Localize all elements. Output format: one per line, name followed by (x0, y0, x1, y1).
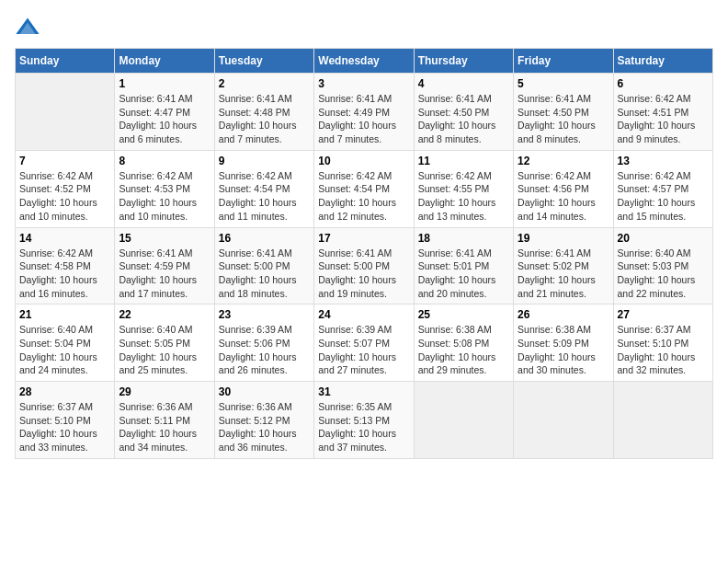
day-number: 15 (119, 232, 210, 245)
calendar-cell: 22Sunrise: 6:40 AM Sunset: 5:05 PM Dayli… (115, 304, 214, 382)
day-number: 17 (318, 232, 409, 245)
day-number: 29 (119, 385, 210, 398)
day-info: Sunrise: 6:42 AM Sunset: 4:52 PM Dayligh… (19, 169, 110, 224)
day-number: 23 (219, 308, 310, 321)
day-number: 22 (119, 308, 210, 321)
calendar-cell: 17Sunrise: 6:41 AM Sunset: 5:00 PM Dayli… (314, 227, 414, 304)
day-info: Sunrise: 6:41 AM Sunset: 4:47 PM Dayligh… (119, 92, 210, 146)
day-info: Sunrise: 6:41 AM Sunset: 5:00 PM Dayligh… (219, 247, 310, 301)
calendar-cell: 16Sunrise: 6:41 AM Sunset: 5:00 PM Dayli… (214, 227, 313, 304)
day-number: 9 (219, 155, 310, 167)
day-info: Sunrise: 6:42 AM Sunset: 4:51 PM Dayligh… (618, 92, 709, 146)
calendar-cell: 11Sunrise: 6:42 AM Sunset: 4:55 PM Dayli… (414, 150, 513, 227)
day-number: 8 (119, 155, 210, 167)
day-info: Sunrise: 6:38 AM Sunset: 5:09 PM Dayligh… (518, 323, 609, 377)
calendar-cell: 15Sunrise: 6:41 AM Sunset: 4:59 PM Dayli… (115, 227, 214, 304)
calendar-cell (613, 382, 712, 459)
day-number: 13 (618, 155, 709, 167)
day-number: 25 (418, 308, 509, 321)
calendar-cell: 28Sunrise: 6:37 AM Sunset: 5:10 PM Dayli… (16, 382, 115, 459)
day-info: Sunrise: 6:41 AM Sunset: 4:49 PM Dayligh… (318, 92, 409, 146)
day-number: 1 (119, 77, 210, 90)
calendar-cell: 21Sunrise: 6:40 AM Sunset: 5:04 PM Dayli… (16, 304, 115, 382)
day-info: Sunrise: 6:40 AM Sunset: 5:05 PM Dayligh… (119, 323, 210, 377)
calendar-cell: 27Sunrise: 6:37 AM Sunset: 5:10 PM Dayli… (613, 304, 712, 382)
day-info: Sunrise: 6:36 AM Sunset: 5:11 PM Dayligh… (119, 400, 210, 454)
calendar-cell (16, 74, 115, 151)
calendar-cell: 10Sunrise: 6:42 AM Sunset: 4:54 PM Dayli… (314, 150, 414, 227)
day-info: Sunrise: 6:42 AM Sunset: 4:58 PM Dayligh… (19, 247, 110, 301)
day-info: Sunrise: 6:37 AM Sunset: 5:10 PM Dayligh… (618, 323, 709, 377)
calendar-cell: 31Sunrise: 6:35 AM Sunset: 5:13 PM Dayli… (314, 382, 414, 459)
calendar-cell: 19Sunrise: 6:41 AM Sunset: 5:02 PM Dayli… (514, 227, 613, 304)
day-info: Sunrise: 6:41 AM Sunset: 4:50 PM Dayligh… (518, 92, 609, 146)
day-number: 19 (518, 232, 609, 245)
day-info: Sunrise: 6:40 AM Sunset: 5:03 PM Dayligh… (618, 247, 709, 301)
day-info: Sunrise: 6:41 AM Sunset: 5:00 PM Dayligh… (318, 247, 409, 301)
day-number: 20 (618, 232, 709, 245)
day-info: Sunrise: 6:39 AM Sunset: 5:07 PM Dayligh… (318, 323, 409, 377)
calendar-cell: 23Sunrise: 6:39 AM Sunset: 5:06 PM Dayli… (214, 304, 313, 382)
calendar-cell: 24Sunrise: 6:39 AM Sunset: 5:07 PM Dayli… (314, 304, 414, 382)
day-number: 18 (418, 232, 509, 245)
day-header-tuesday: Tuesday (214, 49, 313, 74)
day-number: 3 (318, 77, 409, 90)
day-info: Sunrise: 6:41 AM Sunset: 4:59 PM Dayligh… (119, 247, 210, 301)
day-number: 6 (618, 77, 709, 90)
calendar-cell: 5Sunrise: 6:41 AM Sunset: 4:50 PM Daylig… (514, 74, 613, 151)
calendar-cell: 20Sunrise: 6:40 AM Sunset: 5:03 PM Dayli… (613, 227, 712, 304)
day-header-monday: Monday (115, 49, 214, 74)
day-info: Sunrise: 6:42 AM Sunset: 4:55 PM Dayligh… (418, 169, 509, 224)
calendar-cell: 8Sunrise: 6:42 AM Sunset: 4:53 PM Daylig… (115, 150, 214, 227)
day-number: 31 (318, 385, 409, 398)
day-info: Sunrise: 6:35 AM Sunset: 5:13 PM Dayligh… (318, 400, 409, 454)
day-info: Sunrise: 6:42 AM Sunset: 4:54 PM Dayligh… (318, 169, 409, 224)
day-header-thursday: Thursday (414, 49, 513, 74)
calendar-header-row: SundayMondayTuesdayWednesdayThursdayFrid… (16, 49, 713, 74)
calendar-cell: 1Sunrise: 6:41 AM Sunset: 4:47 PM Daylig… (115, 74, 214, 151)
day-header-saturday: Saturday (613, 49, 712, 74)
day-info: Sunrise: 6:42 AM Sunset: 4:54 PM Dayligh… (219, 169, 310, 224)
logo (15, 15, 44, 40)
calendar-cell: 2Sunrise: 6:41 AM Sunset: 4:48 PM Daylig… (214, 74, 313, 151)
day-header-sunday: Sunday (16, 49, 115, 74)
day-number: 2 (219, 77, 310, 90)
day-number: 11 (418, 155, 509, 167)
calendar-cell (514, 382, 613, 459)
day-number: 14 (19, 232, 110, 245)
calendar-cell: 30Sunrise: 6:36 AM Sunset: 5:12 PM Dayli… (214, 382, 313, 459)
day-info: Sunrise: 6:41 AM Sunset: 4:48 PM Dayligh… (219, 92, 310, 146)
day-number: 28 (19, 385, 110, 398)
calendar-cell: 4Sunrise: 6:41 AM Sunset: 4:50 PM Daylig… (414, 74, 513, 151)
calendar-week-row: 7Sunrise: 6:42 AM Sunset: 4:52 PM Daylig… (16, 150, 713, 227)
day-info: Sunrise: 6:41 AM Sunset: 5:01 PM Dayligh… (418, 247, 509, 301)
calendar-cell: 25Sunrise: 6:38 AM Sunset: 5:08 PM Dayli… (414, 304, 513, 382)
day-number: 26 (518, 308, 609, 321)
day-info: Sunrise: 6:40 AM Sunset: 5:04 PM Dayligh… (19, 323, 110, 377)
day-number: 10 (318, 155, 409, 167)
day-header-friday: Friday (514, 49, 613, 74)
calendar-week-row: 28Sunrise: 6:37 AM Sunset: 5:10 PM Dayli… (16, 382, 713, 459)
calendar-cell: 14Sunrise: 6:42 AM Sunset: 4:58 PM Dayli… (16, 227, 115, 304)
day-info: Sunrise: 6:42 AM Sunset: 4:57 PM Dayligh… (618, 169, 709, 224)
calendar-cell: 7Sunrise: 6:42 AM Sunset: 4:52 PM Daylig… (16, 150, 115, 227)
calendar-table: SundayMondayTuesdayWednesdayThursdayFrid… (15, 48, 713, 459)
day-info: Sunrise: 6:42 AM Sunset: 4:56 PM Dayligh… (518, 169, 609, 224)
day-info: Sunrise: 6:41 AM Sunset: 5:02 PM Dayligh… (518, 247, 609, 301)
day-number: 12 (518, 155, 609, 167)
calendar-cell (414, 382, 513, 459)
day-info: Sunrise: 6:36 AM Sunset: 5:12 PM Dayligh… (219, 400, 310, 454)
calendar-cell: 13Sunrise: 6:42 AM Sunset: 4:57 PM Dayli… (613, 150, 712, 227)
calendar-cell: 9Sunrise: 6:42 AM Sunset: 4:54 PM Daylig… (214, 150, 313, 227)
day-number: 21 (19, 308, 110, 321)
calendar-cell: 26Sunrise: 6:38 AM Sunset: 5:09 PM Dayli… (514, 304, 613, 382)
calendar-week-row: 14Sunrise: 6:42 AM Sunset: 4:58 PM Dayli… (16, 227, 713, 304)
logo-icon (15, 15, 40, 40)
day-info: Sunrise: 6:37 AM Sunset: 5:10 PM Dayligh… (19, 400, 110, 454)
day-number: 5 (518, 77, 609, 90)
calendar-week-row: 1Sunrise: 6:41 AM Sunset: 4:47 PM Daylig… (16, 74, 713, 151)
page-header (15, 15, 713, 40)
day-number: 27 (618, 308, 709, 321)
day-info: Sunrise: 6:39 AM Sunset: 5:06 PM Dayligh… (219, 323, 310, 377)
calendar-cell: 3Sunrise: 6:41 AM Sunset: 4:49 PM Daylig… (314, 74, 414, 151)
